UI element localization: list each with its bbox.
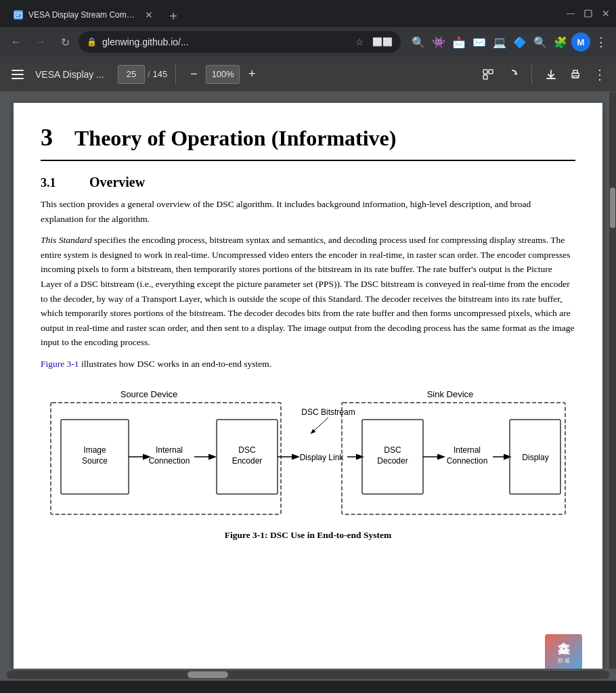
tab-favicon <box>14 10 23 20</box>
window-controls: — ✕ <box>566 9 611 18</box>
pdf-toolbar: VESA Display ... 25 / 145 − 100% + ⋮ <box>0 57 616 92</box>
page-controls: 25 / 145 <box>118 65 167 84</box>
pdf-menu-button[interactable] <box>5 62 30 87</box>
svg-text:Encoder: Encoder <box>232 456 263 466</box>
lock-icon: 🔒 <box>87 37 97 47</box>
page-separator: / <box>148 69 150 79</box>
section-number: 3.1 <box>41 176 68 190</box>
svg-line-17 <box>311 418 328 433</box>
chapter-header: 3 Theory of Operation (Informative) <box>41 123 575 161</box>
maximize-button[interactable] <box>584 9 593 18</box>
section-header: 3.1 Overview <box>41 175 575 190</box>
divider-1 <box>175 65 176 84</box>
download-button[interactable] <box>540 64 562 85</box>
vertical-scrollbar[interactable] <box>609 92 616 669</box>
svg-text:Connection: Connection <box>149 456 190 466</box>
svg-rect-1 <box>16 14 20 14</box>
svg-text:DSC: DSC <box>238 445 256 455</box>
svg-text:DSC: DSC <box>384 445 401 455</box>
rotate-button[interactable] <box>502 64 523 85</box>
svg-text:Image: Image <box>83 445 106 455</box>
title-bar: VESA Display Stream Compress... ✕ + — ✕ <box>0 0 616 27</box>
hamburger-icon <box>12 70 24 79</box>
svg-text:Internal: Internal <box>454 445 481 455</box>
toolbar-icons: 🔍 👾 📩 ✉️ 💻 🔷 🔍 🧩 M ⋮ <box>409 32 611 51</box>
horizontal-scrollbar[interactable] <box>7 671 609 679</box>
active-tab[interactable]: VESA Display Stream Compress... ✕ <box>5 4 161 26</box>
figure-reference: Figure 3-1 illustrates how DSC works in … <box>41 357 575 372</box>
paragraph-2-rest: specifies the encoding process, bitstrea… <box>41 235 575 347</box>
svg-rect-10 <box>573 70 577 73</box>
figure-caption: Figure 3-1: DSC Use in End-to-end System <box>41 530 575 541</box>
svg-text:Source Device: Source Device <box>120 389 178 399</box>
menu-button[interactable]: ⋮ <box>592 32 611 51</box>
extension-icon-2[interactable]: 👾 <box>429 32 448 51</box>
svg-text:Decoder: Decoder <box>377 456 408 466</box>
extension-icon-5[interactable]: 💻 <box>490 32 509 51</box>
svg-rect-11 <box>573 76 577 78</box>
extension-icon-1[interactable]: 🔍 <box>409 32 428 51</box>
svg-text:DSC Bitstream: DSC Bitstream <box>301 407 355 417</box>
divider-2 <box>531 65 532 84</box>
bottom-bar <box>0 669 616 681</box>
address-text: glenwing.github.io/... <box>102 37 350 47</box>
chapter-number: 3 <box>41 123 53 152</box>
diagram-container: Source Device Sink Device DSC Bitstream … <box>41 382 575 541</box>
diagram-svg: Source Device Sink Device DSC Bitstream … <box>44 382 572 524</box>
italic-span: This Standard <box>41 235 92 245</box>
more-options-button[interactable]: ⋮ <box>589 64 611 85</box>
chapter-title: Theory of Operation (Informative) <box>74 126 396 151</box>
zoom-in-button[interactable]: + <box>242 65 261 84</box>
extension-icon-3[interactable]: 📩 <box>449 32 468 51</box>
pdf-title: VESA Display ... <box>35 69 104 80</box>
reload-button[interactable]: ↻ <box>54 31 76 53</box>
svg-rect-2 <box>16 15 19 16</box>
figure-link-rest: illustrates how DSC works in an end-to-e… <box>79 359 272 369</box>
new-tab-button[interactable]: + <box>164 7 183 26</box>
extension-icon-6[interactable]: 🔷 <box>510 32 529 51</box>
zoom-out-button[interactable]: − <box>184 65 203 84</box>
section-content: This section provides a general overview… <box>41 197 575 372</box>
section-3-1: 3.1 Overview This section provides a gen… <box>41 175 575 372</box>
svg-rect-4 <box>483 70 487 74</box>
zoom-controls: − 100% + <box>184 65 261 84</box>
svg-text:Source: Source <box>82 456 108 466</box>
horizontal-scrollbar-thumb[interactable] <box>188 671 228 678</box>
section-title: Overview <box>89 175 145 190</box>
reader-mode-icon[interactable]: ⬜⬜ <box>372 37 393 47</box>
svg-rect-3 <box>585 10 592 17</box>
profile-button[interactable]: M <box>571 32 590 51</box>
figure-link[interactable]: Figure 3-1 <box>41 359 79 369</box>
tab-close-button[interactable]: ✕ <box>145 9 153 20</box>
paragraph-1: This section provides a general overview… <box>41 197 575 226</box>
tab-title: VESA Display Stream Compress... <box>28 10 137 20</box>
extension-icon-7[interactable]: 🔍 <box>531 32 550 51</box>
forward-button[interactable]: → <box>30 31 51 53</box>
minimize-button[interactable]: — <box>566 9 575 18</box>
tab-favicon-icon <box>14 11 22 19</box>
svg-text:Internal: Internal <box>156 445 183 455</box>
svg-text:Connection: Connection <box>447 456 488 466</box>
pdf-page: 3 Theory of Operation (Informative) 3.1 … <box>14 103 602 669</box>
scrollbar-thumb[interactable] <box>610 187 615 228</box>
bookmark-icon[interactable]: ☆ <box>355 37 364 47</box>
address-bar: ← → ↻ 🔒 glenwing.github.io/... ☆ ⬜⬜ 🔍 👾 … <box>0 27 616 57</box>
svg-rect-5 <box>489 70 493 74</box>
paragraph-2: This Standard specifies the encoding pro… <box>41 233 575 350</box>
extensions-button[interactable]: 🧩 <box>551 32 570 51</box>
back-button[interactable]: ← <box>5 31 27 53</box>
page-total: 145 <box>153 69 168 79</box>
svg-text:Display: Display <box>522 453 548 462</box>
zoom-value: 100% <box>206 65 240 84</box>
svg-text:Display Link: Display Link <box>300 453 345 462</box>
fit-page-button[interactable] <box>477 64 499 85</box>
svg-text:Sink Device: Sink Device <box>427 389 474 399</box>
pdf-toolbar-right: ⋮ <box>477 64 611 85</box>
svg-rect-6 <box>483 75 487 79</box>
print-button[interactable] <box>565 64 586 85</box>
watermark: 鑫 部 落 <box>545 634 582 669</box>
page-number-input[interactable]: 25 <box>118 65 145 84</box>
extension-icon-4[interactable]: ✉️ <box>470 32 489 51</box>
address-input[interactable]: 🔒 glenwing.github.io/... ☆ ⬜⬜ <box>79 31 401 53</box>
close-button[interactable]: ✕ <box>601 9 611 18</box>
